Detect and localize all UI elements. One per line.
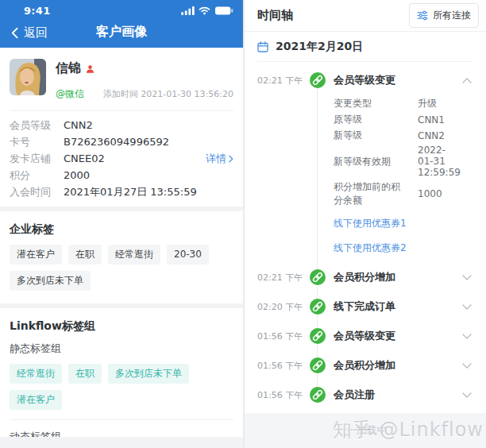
link-source-icon: [310, 299, 326, 315]
event-title: 会员积分增加: [334, 270, 462, 284]
timeline-event[interactable]: 02:21 下午 会员积分增加: [257, 268, 473, 287]
profile-card: 信锦 @微信 添加时间 2021-01-30 13:56:20: [0, 48, 243, 110]
back-chevron-icon: [11, 27, 18, 39]
detail-value: CNN1: [418, 114, 445, 126]
section-title: Linkflow标签组: [10, 319, 233, 334]
event-time: 02:21 下午: [257, 75, 303, 87]
timeline-body: 2021年2月20日 02:21 下午 会员等级变更 变更类型升级 原等级CNN…: [245, 32, 486, 448]
timeline-event[interactable]: 01:56 下午 会员注册: [257, 385, 473, 404]
tag: 在职: [68, 364, 102, 384]
info-label: 积分: [10, 167, 64, 183]
coupon-link[interactable]: 线下使用优惠券1: [334, 217, 473, 230]
detail-row: 积分增加前的积分余额1000: [334, 180, 461, 207]
link-source-icon: [310, 387, 326, 403]
chevron-down-icon[interactable]: [462, 392, 472, 398]
chevron-down-icon[interactable]: [462, 363, 472, 369]
info-value: 2000: [64, 167, 233, 183]
detail-label: 新等级有效期: [334, 155, 407, 168]
chevron-down-icon[interactable]: [462, 304, 472, 310]
tag: 经常逛街: [108, 245, 160, 265]
event-title: 线下完成订单: [334, 299, 462, 314]
tag: 多次到店未下单: [108, 364, 189, 384]
battery-icon: [214, 6, 233, 15]
event-title: 会员等级变更: [334, 329, 462, 343]
customer-name-row: 信锦: [56, 60, 233, 77]
detail-link[interactable]: 详情: [206, 150, 233, 167]
static-group-title: 静态标签组: [10, 342, 233, 356]
divider: [10, 419, 233, 420]
back-button[interactable]: 返回: [11, 17, 48, 48]
timeline-event[interactable]: 01:56 下午 会员积分增加: [257, 356, 473, 375]
status-icons: [181, 6, 233, 15]
enterprise-tag-list: 潜在客户 在职 经常逛街 20-30 多次到店未下单: [10, 245, 233, 291]
timeline-event[interactable]: 02:21 下午 会员等级变更: [257, 71, 473, 90]
event-time: 01:56 下午: [257, 389, 303, 401]
event-time: 02:20 下午: [257, 301, 303, 313]
link-source-icon: [310, 357, 326, 373]
all-connections-button[interactable]: 所有连接: [409, 3, 479, 28]
link-source-icon: [310, 72, 326, 88]
detail-row: 变更类型升级: [334, 97, 461, 110]
event-title: 会员等级变更: [334, 73, 462, 87]
profile-meta-row: @微信 添加时间 2021-01-30 13:56:20: [56, 87, 233, 101]
info-value: 2021年01月27日 13:55:59: [64, 183, 233, 200]
event-list: 02:21 下午 会员等级变更 变更类型升级 原等级CNN1 新等级CNN2 新…: [257, 62, 473, 415]
back-label: 返回: [24, 25, 48, 41]
detail-label: 积分增加前的积分余额: [334, 180, 407, 207]
avatar: [10, 59, 46, 95]
chevron-down-icon[interactable]: [462, 275, 472, 280]
member-icon: [86, 64, 94, 74]
detail-label: 新等级: [334, 129, 407, 142]
detail-link-label: 详情: [206, 150, 226, 167]
tag: 潜在客户: [10, 390, 62, 410]
info-row: 会员等级 CNN2: [10, 117, 233, 133]
detail-row: 新等级有效期2022-01-31 12:59:59: [334, 145, 461, 178]
timeline-event[interactable]: 01:56 下午 会员等级变更: [257, 326, 473, 346]
calendar-icon: [257, 41, 268, 52]
info-label: 卡号: [10, 133, 64, 150]
event-time: 01:56 下午: [257, 360, 303, 372]
detail-value: 升级: [418, 97, 437, 110]
chevron-up-icon[interactable]: [462, 78, 472, 83]
info-value: CNEE02: [64, 150, 206, 167]
cellular-signal-icon: [181, 6, 195, 15]
status-time: 9:41: [24, 5, 51, 17]
tag: 多次到店未下单: [10, 271, 91, 291]
timeline-event[interactable]: 02:20 下午 线下完成订单: [257, 297, 473, 316]
info-row: 卡号 B726236094996592: [10, 133, 233, 150]
detail-row: 新等级CNN2: [334, 129, 461, 142]
profile-info: 信锦 @微信 添加时间 2021-01-30 13:56:20: [56, 59, 233, 101]
tag: 在职: [68, 245, 102, 265]
chevron-right-icon: [229, 155, 233, 163]
info-row: 发卡店铺 CNEE02 详情: [10, 150, 233, 167]
event-time: 02:21 下午: [257, 272, 303, 284]
tag: 经常逛街: [10, 364, 62, 384]
coupon-link[interactable]: 线下使用优惠券2: [334, 241, 473, 255]
event-time: 01:56 下午: [257, 330, 303, 342]
channel-label: @微信: [56, 87, 84, 101]
date-label: 2021年2月20日: [276, 40, 363, 54]
linkflow-tags-section: Linkflow标签组 静态标签组 经常逛街 在职 多次到店未下单 潜在客户 动…: [0, 308, 243, 448]
info-row: 积分 2000: [10, 167, 233, 183]
customer-name: 信锦: [56, 60, 81, 77]
tag: 20-30: [167, 245, 209, 265]
tag: 潜在客户: [10, 245, 62, 265]
timeline-date-group: 2021年2月20日 02:21 下午 会员等级变更 变更类型升级 原等级CNN…: [257, 32, 473, 415]
info-label: 入会时间: [10, 183, 64, 200]
detail-value: CNN2: [418, 130, 445, 141]
timeline-title: 时间轴: [257, 8, 293, 23]
filter-icon: [417, 10, 428, 21]
detail-value: 1000: [418, 188, 442, 199]
wifi-icon: [199, 6, 210, 15]
enterprise-tags-section: 企业标签 潜在客户 在职 经常逛街 20-30 多次到店未下单: [0, 211, 243, 303]
chevron-down-icon[interactable]: [462, 334, 472, 339]
all-connections-label: 所有连接: [433, 9, 471, 22]
added-time: 添加时间 2021-01-30 13:56:20: [103, 88, 233, 100]
info-row: 入会时间 2021年01月27日 13:55:59: [10, 183, 233, 200]
detail-value: 2022-01-31 12:59:59: [418, 145, 461, 178]
footer-band: [0, 437, 243, 448]
info-label: 发卡店铺: [10, 150, 64, 167]
status-bar: 9:41: [0, 0, 243, 17]
info-label: 会员等级: [10, 117, 64, 133]
info-value: B726236094996592: [64, 133, 233, 150]
